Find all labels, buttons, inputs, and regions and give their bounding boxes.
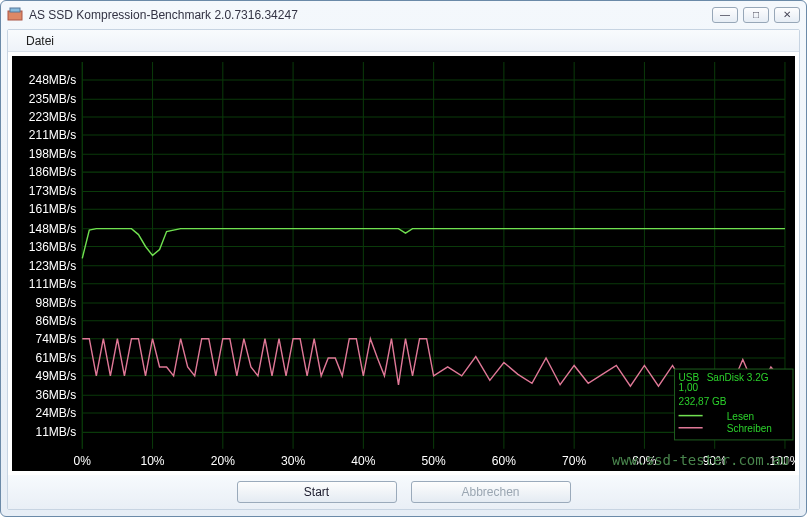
svg-text:86MB/s: 86MB/s: [35, 314, 76, 328]
svg-text:70%: 70%: [562, 454, 586, 468]
svg-text:98MB/s: 98MB/s: [35, 296, 76, 310]
chart-svg: 11MB/s24MB/s36MB/s49MB/s61MB/s74MB/s86MB…: [12, 56, 795, 471]
svg-text:0%: 0%: [74, 454, 92, 468]
svg-text:248MB/s: 248MB/s: [29, 73, 76, 87]
button-row: Start Abbrechen: [8, 475, 799, 509]
svg-text:1,00: 1,00: [679, 382, 699, 393]
svg-text:111MB/s: 111MB/s: [29, 277, 76, 291]
watermark: www.ssd-tester.com.au: [612, 452, 789, 468]
svg-text:74MB/s: 74MB/s: [35, 332, 76, 346]
svg-text:11MB/s: 11MB/s: [35, 425, 76, 439]
window-buttons: — □ ✕: [712, 7, 800, 23]
menu-file[interactable]: Datei: [18, 32, 62, 50]
close-button[interactable]: ✕: [774, 7, 800, 23]
svg-text:Schreiben: Schreiben: [727, 423, 772, 434]
svg-text:123MB/s: 123MB/s: [29, 259, 76, 273]
svg-text:10%: 10%: [140, 454, 164, 468]
svg-text:SanDisk 3.2G: SanDisk 3.2G: [707, 372, 769, 383]
svg-text:198MB/s: 198MB/s: [29, 147, 76, 161]
svg-text:Lesen: Lesen: [727, 411, 754, 422]
svg-rect-1: [10, 8, 20, 12]
svg-text:20%: 20%: [211, 454, 235, 468]
svg-text:30%: 30%: [281, 454, 305, 468]
svg-text:61MB/s: 61MB/s: [35, 351, 76, 365]
svg-text:148MB/s: 148MB/s: [29, 222, 76, 236]
minimize-button[interactable]: —: [712, 7, 738, 23]
maximize-button[interactable]: □: [743, 7, 769, 23]
svg-text:211MB/s: 211MB/s: [29, 128, 76, 142]
app-icon: [7, 7, 23, 23]
svg-text:173MB/s: 173MB/s: [29, 184, 76, 198]
cancel-button: Abbrechen: [411, 481, 571, 503]
svg-text:161MB/s: 161MB/s: [29, 202, 76, 216]
svg-text:24MB/s: 24MB/s: [35, 406, 76, 420]
start-button[interactable]: Start: [237, 481, 397, 503]
svg-text:235MB/s: 235MB/s: [29, 92, 76, 106]
svg-text:40%: 40%: [351, 454, 375, 468]
content-panel: Datei 11MB/s24MB/s36MB/s49MB/s61MB/s74MB…: [7, 29, 800, 510]
svg-text:60%: 60%: [492, 454, 516, 468]
app-window: AS SSD Kompression-Benchmark 2.0.7316.34…: [0, 0, 807, 517]
svg-text:232,87 GB: 232,87 GB: [679, 396, 727, 407]
svg-text:186MB/s: 186MB/s: [29, 165, 76, 179]
svg-text:136MB/s: 136MB/s: [29, 239, 76, 253]
svg-text:36MB/s: 36MB/s: [35, 388, 76, 402]
svg-text:50%: 50%: [422, 454, 446, 468]
window-title: AS SSD Kompression-Benchmark 2.0.7316.34…: [29, 8, 712, 22]
menubar: Datei: [8, 30, 799, 52]
svg-text:49MB/s: 49MB/s: [35, 369, 76, 383]
chart-area: 11MB/s24MB/s36MB/s49MB/s61MB/s74MB/s86MB…: [12, 56, 795, 471]
svg-text:223MB/s: 223MB/s: [29, 110, 76, 124]
titlebar[interactable]: AS SSD Kompression-Benchmark 2.0.7316.34…: [1, 1, 806, 29]
